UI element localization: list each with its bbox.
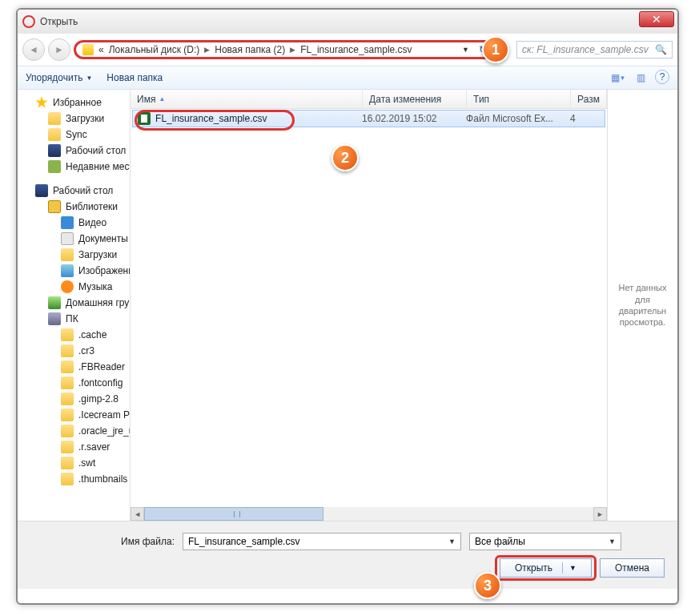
search-icon[interactable]: 🔍 <box>655 44 667 55</box>
folder-icon <box>61 473 74 485</box>
tree-sync[interactable]: Sync <box>18 127 130 143</box>
col-name[interactable]: Имя▲ <box>131 90 363 108</box>
filename-input[interactable]: FL_insurance_sample.csv▼ <box>183 533 461 550</box>
folder-icon <box>48 128 61 141</box>
window-title: Открыть <box>40 16 78 27</box>
tree-recent[interactable]: Недавние места <box>18 159 130 175</box>
chevron-down-icon[interactable]: ▼ <box>448 537 456 546</box>
search-input[interactable]: ск: FL_insurance_sample.csv 🔍 <box>516 41 673 58</box>
tree-folder[interactable]: .cache <box>18 327 130 343</box>
drive-icon <box>82 44 94 55</box>
tree-folder[interactable]: .swt <box>18 455 130 471</box>
preview-pane: Нет данных для дварительн просмотра. <box>607 90 677 521</box>
tree-libraries[interactable]: Библиотеки <box>18 199 130 215</box>
filetype-select[interactable]: Все файлы▼ <box>469 533 621 550</box>
column-headers: Имя▲ Дата изменения Тип Разм <box>131 90 607 109</box>
tree-folder[interactable]: .fontconfig <box>18 375 130 391</box>
chevron-right-icon[interactable]: ▶ <box>204 46 210 54</box>
tree-folder[interactable]: .oracle_jre_usage <box>18 423 130 439</box>
tree-images[interactable]: Изображения <box>18 263 130 279</box>
pictures-icon <box>61 264 74 277</box>
col-size[interactable]: Разм <box>571 90 607 108</box>
preview-pane-button[interactable]: ▥ <box>633 70 649 86</box>
chevron-right-icon[interactable]: ▶ <box>290 46 295 54</box>
tree-music[interactable]: Музыка <box>18 279 130 295</box>
file-list[interactable]: Имя▲ Дата изменения Тип Разм FL_insuranc… <box>131 90 607 521</box>
organize-menu[interactable]: Упорядочить▼ <box>26 72 92 83</box>
file-size-cell: 4 <box>570 113 605 124</box>
tree-folder[interactable]: .cr3 <box>18 343 130 359</box>
folder-icon <box>61 360 74 373</box>
tree-desktop[interactable]: Рабочий стол <box>18 143 130 159</box>
desktop-icon <box>35 184 48 197</box>
breadcrumb-seg3[interactable]: FL_insurance_sample.csv <box>300 44 412 55</box>
file-name: FL_insurance_sample.csv <box>155 113 267 124</box>
open-button[interactable]: Открыть▼ <box>500 558 592 578</box>
breadcrumb-seg1[interactable]: Локальный диск (D:) <box>109 44 200 55</box>
nav-back-button[interactable]: ◄ <box>22 38 45 61</box>
horizontal-scrollbar[interactable]: ◄ ► <box>131 507 607 521</box>
sort-asc-icon: ▲ <box>159 95 165 103</box>
music-icon <box>61 280 74 293</box>
file-row[interactable]: FL_insurance_sample.csv 16.02.2019 15:02… <box>132 110 605 127</box>
nav-forward-button[interactable]: ► <box>48 38 70 61</box>
tree-folder[interactable]: .gimp-2.8 <box>18 391 130 407</box>
view-options-button[interactable]: ▦ ▼ <box>610 70 626 86</box>
chevron-down-icon[interactable]: ▼ <box>609 537 616 546</box>
folder-icon <box>61 457 74 469</box>
folder-icon <box>61 328 74 341</box>
annotation-badge-2: 2 <box>331 144 359 171</box>
video-icon <box>61 216 74 229</box>
breadcrumb-seg2[interactable]: Новая папка (2) <box>215 44 285 55</box>
document-icon <box>61 232 74 245</box>
dialog-footer: Имя файла: FL_insurance_sample.csv▼ Все … <box>18 521 677 589</box>
cancel-button[interactable]: Отмена <box>600 558 665 578</box>
tree-homegroup[interactable]: Домашняя группа <box>18 295 130 311</box>
address-dropdown-icon[interactable]: ▼ <box>462 46 469 54</box>
tree-folder[interactable]: .FBReader <box>18 359 130 375</box>
breadcrumb-root: « <box>98 44 104 55</box>
folder-icon <box>61 248 74 261</box>
folder-icon <box>61 344 74 357</box>
tree-favorites[interactable]: Избранное <box>18 95 130 111</box>
col-date[interactable]: Дата изменения <box>363 90 467 108</box>
tree-downloads2[interactable]: Загрузки <box>18 247 130 263</box>
folder-icon <box>61 409 74 421</box>
tree-docs[interactable]: Документы <box>18 231 130 247</box>
csv-file-icon <box>138 112 151 125</box>
nav-tree[interactable]: Избранное Загрузки Sync Рабочий стол Нед… <box>18 90 131 521</box>
tree-desktop2[interactable]: Рабочий стол <box>18 183 130 199</box>
tree-folder[interactable]: .r.saver <box>18 439 130 455</box>
folder-icon <box>48 112 61 125</box>
annotation-badge-3: 3 <box>474 572 501 599</box>
help-button[interactable]: ? <box>655 70 669 84</box>
folder-icon <box>61 425 74 437</box>
nav-row: ◄ ► « Локальный диск (D:) ▶ Новая папка … <box>18 34 677 66</box>
tree-video[interactable]: Видео <box>18 215 130 231</box>
homegroup-icon <box>48 296 61 309</box>
close-button[interactable]: ✕ <box>639 11 674 27</box>
tree-folder[interactable]: .thumbnails <box>18 471 130 487</box>
chevron-down-icon[interactable]: ▼ <box>569 564 576 572</box>
col-type[interactable]: Тип <box>467 90 571 108</box>
open-dialog: Открыть ✕ ◄ ► « Локальный диск (D:) ▶ Но… <box>16 8 679 605</box>
annotation-badge-1: 1 <box>482 36 509 63</box>
tree-folder[interactable]: .Icecream PDF Co <box>18 407 130 423</box>
titlebar: Открыть ✕ <box>18 10 677 34</box>
recent-icon <box>48 160 61 173</box>
file-name-cell: FL_insurance_sample.csv <box>133 112 362 125</box>
address-bar[interactable]: « Локальный диск (D:) ▶ Новая папка (2) … <box>74 40 496 59</box>
new-folder-button[interactable]: Новая папка <box>106 72 163 83</box>
tree-downloads[interactable]: Загрузки <box>18 111 130 127</box>
search-placeholder: ск: FL_insurance_sample.csv <box>522 44 649 55</box>
address-bar-wrap: « Локальный диск (D:) ▶ Новая папка (2) … <box>74 40 496 59</box>
toolbar: Упорядочить▼ Новая папка ▦ ▼ ▥ ? <box>18 66 677 90</box>
scroll-left-button[interactable]: ◄ <box>131 507 144 521</box>
folder-icon <box>61 376 74 389</box>
file-type-cell: Файл Microsoft Ex... <box>466 113 570 124</box>
scroll-right-button[interactable]: ► <box>593 507 607 521</box>
tree-pc[interactable]: ПК <box>18 311 130 327</box>
folder-icon <box>61 441 74 453</box>
computer-icon <box>48 312 61 325</box>
filename-label: Имя файла: <box>30 536 175 547</box>
